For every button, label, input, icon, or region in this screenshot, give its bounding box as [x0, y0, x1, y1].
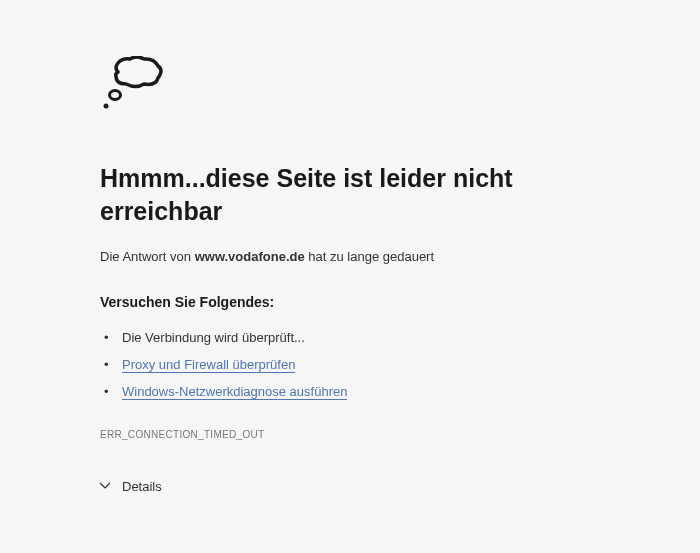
page-title: Hmmm...diese Seite ist leider nicht erre…: [100, 162, 600, 227]
message-prefix: Die Antwort von: [100, 249, 195, 264]
suggestions-heading: Versuchen Sie Folgendes:: [100, 294, 600, 310]
svg-point-1: [104, 104, 109, 109]
list-item: Windows-Netzwerkdiagnose ausführen: [100, 378, 600, 405]
proxy-firewall-link[interactable]: Proxy und Firewall überprüfen: [122, 357, 295, 373]
details-label: Details: [122, 479, 162, 494]
message-suffix: hat zu lange gedauert: [305, 249, 434, 264]
error-message: Die Antwort von www.vodafone.de hat zu l…: [100, 249, 600, 264]
details-toggle[interactable]: Details: [98, 478, 162, 495]
error-code: ERR_CONNECTION_TIMED_OUT: [100, 429, 600, 440]
error-domain: www.vodafone.de: [195, 249, 305, 264]
suggestion-text: Die Verbindung wird überprüft...: [122, 330, 305, 345]
chevron-down-icon: [98, 478, 112, 495]
suggestions-list: Die Verbindung wird überprüft... Proxy u…: [100, 324, 600, 405]
svg-point-0: [110, 91, 121, 100]
error-page: Hmmm...diese Seite ist leider nicht erre…: [0, 0, 700, 496]
list-item: Proxy und Firewall überprüfen: [100, 351, 600, 378]
list-item: Die Verbindung wird überprüft...: [100, 324, 600, 351]
thought-bubble-icon: [100, 56, 600, 124]
network-diagnostics-link[interactable]: Windows-Netzwerkdiagnose ausführen: [122, 384, 347, 400]
